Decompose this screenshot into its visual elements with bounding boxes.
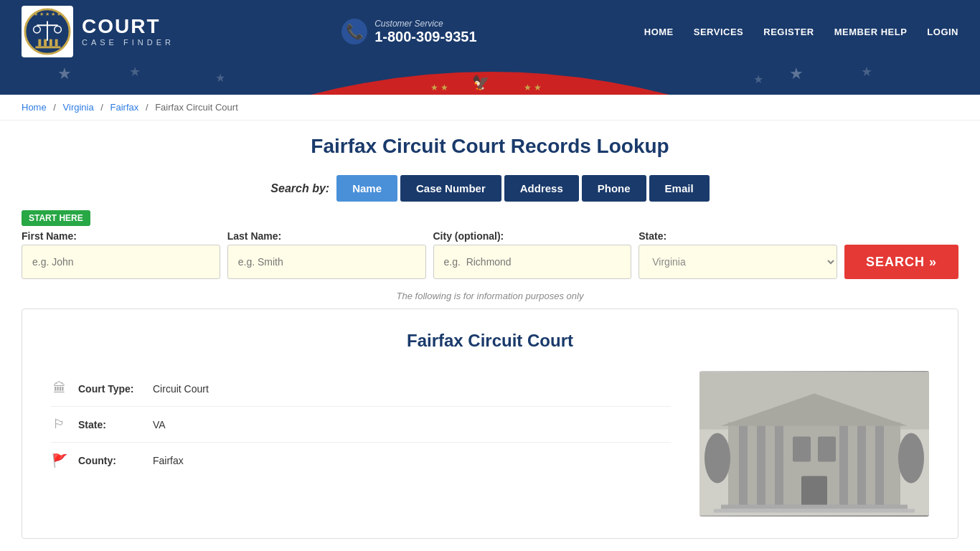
breadcrumb-current: Fairfax Circuit Court [155,102,238,113]
customer-service: 📞 Customer Service 1-800-309-9351 [341,19,476,45]
tab-address[interactable]: Address [504,175,579,202]
svg-text:★: ★ [215,72,225,84]
svg-rect-8 [50,39,52,47]
svg-point-36 [898,433,924,484]
state-label: State: [639,230,837,242]
svg-text:★ ★ ★ ★ ★: ★ ★ ★ ★ ★ [34,11,61,17]
flag-icon: 🏳 [51,417,68,432]
svg-rect-6 [38,39,41,47]
svg-text:★ ★: ★ ★ [524,83,542,93]
state-row: 🏳 State: VA [51,407,671,443]
nav-home[interactable]: HOME [644,27,674,37]
phone-icon: 📞 [341,19,367,44]
search-form: First Name: Last Name: City (optional): … [22,230,958,279]
last-name-field: Last Name: [227,230,426,279]
svg-text:★ ★: ★ ★ [430,83,448,93]
breadcrumb-home[interactable]: Home [22,102,47,113]
state-select[interactable]: Virginia AlabamaAlaskaArizona ArkansasCa… [639,245,837,279]
last-name-input[interactable] [227,245,426,279]
search-by-label: Search by: [270,182,329,195]
logo-text: COURT CASE FINDER [82,17,174,47]
site-header: ★ ★ ★ ★ ★ COURT CASE FINDER [0,0,980,95]
state-field: State: Virginia AlabamaAlaskaArizona Ark… [639,230,837,279]
court-info-box: Fairfax Circuit Court 🏛 Court Type: Circ… [22,309,958,539]
svg-rect-28 [875,426,884,509]
court-info-body: 🏛 Court Type: Circuit Court 🏳 State: VA … [51,371,929,517]
nav-login[interactable]: LOGIN [927,27,958,37]
city-input[interactable] [433,245,632,279]
last-name-label: Last Name: [227,230,426,242]
map-icon: 🚩 [51,453,68,468]
tab-email[interactable]: Email [649,175,710,202]
county-label: County: [78,455,143,466]
court-info-details: 🏛 Court Type: Circuit Court 🏳 State: VA … [51,371,671,517]
start-here-badge: START HERE [22,210,90,226]
svg-text:★: ★ [861,65,872,79]
court-photo [699,371,929,517]
svg-rect-23 [739,426,748,509]
county-row: 🚩 County: Fairfax [51,443,671,479]
svg-rect-31 [818,437,836,462]
search-by-row: Search by: Name Case Number Address Phon… [22,175,958,202]
nav-register[interactable]: REGISTER [763,27,814,37]
svg-rect-32 [801,476,827,509]
svg-rect-7 [44,39,47,47]
svg-rect-33 [721,505,908,509]
court-type-label: Court Type: [78,383,143,395]
svg-rect-26 [839,426,848,509]
nav-services[interactable]: SERVICES [694,27,744,37]
tab-phone[interactable]: Phone [582,175,646,202]
city-field: City (optional): [433,230,632,279]
svg-rect-34 [714,509,915,513]
svg-rect-24 [757,426,765,509]
svg-text:★: ★ [129,65,141,79]
search-tabs: Name Case Number Address Phone Email [336,175,709,202]
page-title: Fairfax Circuit Court Records Lookup [22,135,958,158]
logo-court-label: COURT [82,17,174,37]
nav-member-help[interactable]: MEMBER HELP [834,27,908,37]
county-value: Fairfax [153,455,184,466]
first-name-label: First Name: [22,230,220,242]
court-type-row: 🏛 Court Type: Circuit Court [51,371,671,407]
svg-text:★: ★ [57,65,72,83]
svg-rect-30 [793,437,811,462]
cs-phone: 1-800-309-9351 [374,29,476,45]
breadcrumb: Home / Virginia / Fairfax / Fairfax Circ… [0,95,980,121]
breadcrumb-virginia[interactable]: Virginia [63,102,94,113]
svg-rect-9 [55,39,58,47]
tab-name[interactable]: Name [336,175,397,202]
svg-point-35 [705,433,730,484]
tab-case-number[interactable]: Case Number [400,175,501,202]
main-content: Fairfax Circuit Court Records Lookup Sea… [0,121,980,551]
svg-rect-27 [857,426,866,509]
logo-badge: ★ ★ ★ ★ ★ [22,6,73,57]
svg-rect-25 [775,426,783,509]
first-name-input[interactable] [22,245,220,279]
svg-text:★: ★ [753,73,763,85]
main-nav: HOME SERVICES REGISTER MEMBER HELP LOGIN [644,27,958,37]
logo-area: ★ ★ ★ ★ ★ COURT CASE FINDER [22,6,174,57]
first-name-field: First Name: [22,230,220,279]
breadcrumb-fairfax[interactable]: Fairfax [110,102,139,113]
svg-text:🦅: 🦅 [472,74,490,91]
logo-finder-label: CASE FINDER [82,38,174,47]
city-label: City (optional): [433,230,632,242]
state-row-value: VA [153,419,166,430]
svg-text:★: ★ [789,65,804,83]
search-button[interactable]: SEARCH » [844,245,958,279]
building-icon: 🏛 [51,381,68,396]
court-type-value: Circuit Court [153,383,209,395]
state-row-label: State: [78,419,143,430]
court-info-title: Fairfax Circuit Court [51,331,929,351]
cs-label: Customer Service [374,19,476,29]
info-note: The following is for information purpose… [22,291,958,301]
svg-rect-10 [35,46,60,48]
